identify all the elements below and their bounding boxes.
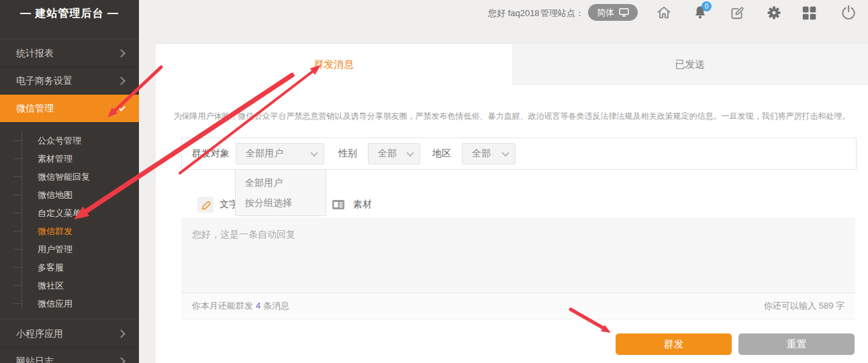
dropdown-option-by-group[interactable]: 按分组选择 [236, 193, 326, 213]
sidebar-item-label: 统计报表 [16, 48, 54, 58]
edit-icon[interactable] [728, 4, 746, 21]
monitor-icon [619, 8, 629, 17]
site-selector-pill[interactable]: 简体 [588, 4, 638, 21]
tab-bar: 群发消息 已发送 [156, 44, 868, 85]
sidebar-item-stats[interactable]: 统计报表 [0, 40, 139, 67]
sidebar: — 建站管理后台 — 统计报表 电子商务设置 微信管理 公众号管理 素材管理 微… [0, 0, 139, 363]
screen: — 建站管理后台 — 统计报表 电子商务设置 微信管理 公众号管理 素材管理 微… [0, 0, 868, 363]
gender-select-value: 全部 [378, 148, 397, 160]
target-select-value: 全部用户 [246, 148, 283, 160]
site-pill-label: 简体 [597, 7, 614, 19]
chevron-down-icon [501, 149, 509, 156]
wechat-submenu: 公众号管理 素材管理 微信智能回复 微信地图 自定义菜单 微信群发 用户管理 多… [0, 122, 139, 319]
quota-prefix: 你本月还能群发 [192, 301, 253, 311]
editor-footer: 你本月还能群发4条消息 你还可以输入 589 字 [181, 293, 855, 319]
material-icon [332, 199, 345, 210]
region-label: 地区 [432, 148, 451, 160]
submenu-item-user-mgmt[interactable]: 用户管理 [0, 240, 139, 258]
chevron-down-icon [406, 149, 414, 156]
submenu-item-wechat-map[interactable]: 微信地图 [0, 186, 139, 204]
dropdown-option-all-users[interactable]: 全部用户 [236, 172, 326, 193]
submenu-item-community[interactable]: 微社区 [0, 276, 139, 295]
sidebar-item-label: 网站日志 [16, 356, 54, 363]
quota-suffix: 条消息 [263, 301, 289, 311]
submenu-item-multi-service[interactable]: 多客服 [0, 258, 139, 276]
user-greeting: 您好 faq2018 [488, 7, 540, 19]
message-editor[interactable]: 您好，这是一条自动回复 [181, 217, 855, 293]
submenu-item-custom-menu[interactable]: 自定义菜单 [0, 204, 139, 222]
tab-sent[interactable]: 已发送 [512, 44, 868, 85]
submenu-item-smart-reply[interactable]: 微信智能回复 [0, 168, 139, 186]
chevron-down-icon [117, 103, 126, 111]
power-icon[interactable] [840, 4, 857, 21]
chevron-right-icon [117, 357, 126, 363]
quota-text: 你本月还能群发4条消息 [192, 300, 289, 312]
submenu-item-mass-send[interactable]: 微信群发 [0, 222, 139, 240]
target-label: 群发对象 [192, 148, 230, 160]
quota-count: 4 [253, 301, 263, 311]
text-tool-button[interactable] [197, 197, 213, 213]
policy-warning-text: 为保障用户体验，微信公众平台严禁恶意营销以及诱导分享朋友圈，严禁发布色情低俗、暴… [156, 111, 868, 122]
send-button[interactable]: 群发 [616, 333, 732, 355]
sidebar-item-wechat[interactable]: 微信管理 [0, 95, 139, 122]
home-icon[interactable] [655, 4, 673, 21]
sidebar-item-label: 小程序应用 [16, 328, 63, 339]
tab-mass-message[interactable]: 群发消息 [156, 44, 512, 85]
sidebar-item-site-log[interactable]: 网站日志 [0, 348, 139, 363]
chevron-right-icon [117, 49, 126, 58]
material-tool-label[interactable]: 素材 [353, 199, 372, 211]
gender-select[interactable]: 全部 [368, 143, 420, 164]
sidebar-item-label: 电子商务设置 [16, 75, 73, 86]
apps-grid-icon[interactable] [800, 4, 818, 21]
remaining-chars-text: 你还可以输入 589 字 [764, 300, 845, 312]
submenu-item-material[interactable]: 素材管理 [0, 150, 139, 168]
chevron-down-icon [310, 149, 318, 156]
audience-form-row: 群发对象 全部用户 性别 全部 地区 全部 [181, 138, 857, 170]
sidebar-item-label: 微信管理 [16, 103, 54, 113]
submenu-item-official-account[interactable]: 公众号管理 [0, 132, 139, 150]
sidebar-item-ecommerce[interactable]: 电子商务设置 [0, 67, 139, 95]
reset-button[interactable]: 重置 [738, 333, 855, 355]
sidebar-nav-bottom: 小程序应用 网站日志 [0, 319, 139, 363]
target-select[interactable]: 全部用户 [236, 143, 324, 164]
pencil-icon [201, 200, 211, 210]
material-tool-button[interactable] [332, 199, 345, 210]
sidebar-nav: 统计报表 电子商务设置 微信管理 [0, 39, 139, 122]
gear-icon[interactable] [765, 4, 783, 21]
submenu-item-wechat-app[interactable]: 微信应用 [0, 295, 139, 313]
gender-label: 性别 [338, 148, 357, 160]
chevron-right-icon [117, 76, 126, 85]
manage-site-label: 管理站点： [540, 7, 584, 19]
sidebar-item-miniprogram[interactable]: 小程序应用 [0, 320, 139, 348]
app-logo: — 建站管理后台 — [0, 0, 139, 27]
notification-badge[interactable]: 0 [702, 1, 712, 11]
content-panel: 群发消息 已发送 为保障用户体验，微信公众平台严禁恶意营销以及诱导分享朋友圈，严… [156, 44, 868, 363]
chevron-right-icon [117, 329, 126, 338]
region-select[interactable]: 全部 [462, 143, 516, 164]
region-select-value: 全部 [472, 148, 491, 160]
target-select-dropdown: 全部用户 按分组选择 [235, 169, 326, 216]
